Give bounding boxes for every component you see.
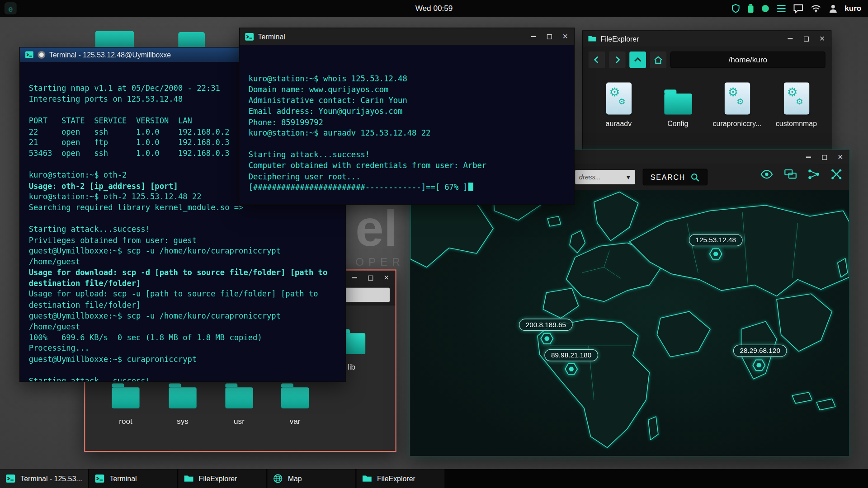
watermark-text-small: OPER: [355, 256, 405, 268]
system-topbar: e Wed 00:59 kuro: [0, 0, 868, 17]
back-button[interactable]: [589, 52, 605, 68]
folder-icon: [664, 80, 692, 115]
file-item[interactable]: ⚙⚙curaproniccry...: [710, 80, 764, 128]
window-controls: ×: [804, 153, 844, 161]
terminal-line: kuro@station:~$ whois 125.53.12.48: [249, 74, 565, 84]
globe-icon: [273, 474, 283, 483]
home-button[interactable]: [650, 52, 667, 68]
maximize-button[interactable]: [545, 33, 553, 40]
folder-item[interactable]: sys: [158, 387, 208, 425]
terminal-line: Starting attack...success!: [29, 224, 337, 235]
terminal-icon: [5, 474, 15, 483]
taskbar-item[interactable]: Terminal: [89, 469, 177, 488]
share-icon[interactable]: [808, 169, 820, 179]
terminal-icon: [25, 50, 34, 59]
terminal-line: 100% 699.6 KB/s 0 sec (1.8 MB of 1.8 MB …: [29, 333, 337, 343]
world-map-canvas[interactable]: 125.53.12.48200.8.189.6589.98.21.18028.2…: [410, 190, 849, 456]
chat-icon[interactable]: [793, 4, 803, 13]
up-button[interactable]: [629, 52, 646, 68]
eye-icon[interactable]: [760, 169, 773, 179]
folder-item[interactable]: var: [270, 387, 320, 425]
map-hex-marker[interactable]: [708, 247, 723, 263]
file-item[interactable]: ⚙⚙auraadv: [592, 80, 646, 128]
terminal-center-titlebar[interactable]: Terminal ×: [240, 28, 574, 45]
map-hex-marker[interactable]: [564, 362, 579, 379]
terminal-line: [249, 139, 565, 150]
minimize-button[interactable]: [786, 35, 794, 42]
file-item[interactable]: ⚙⚙customnmap: [769, 80, 823, 128]
window-title: Terminal - 125.53.12.48@Uymillboxxe: [49, 51, 171, 59]
maximize-button[interactable]: [802, 35, 810, 42]
taskbar-item-label: Map: [288, 474, 302, 483]
file-label: Config: [667, 119, 688, 127]
chevron-down-icon: ▼: [626, 174, 631, 180]
taskbar-item[interactable]: Terminal - 125.53...: [0, 469, 88, 488]
terminal-line: Administrative contact: Carin Youn: [249, 95, 565, 106]
window-title: FileExplorer: [601, 35, 639, 43]
os-logo-icon[interactable]: e: [5, 2, 17, 14]
terminal-line: Deciphering user root...: [249, 171, 565, 182]
screens-icon[interactable]: [784, 169, 797, 179]
close-button[interactable]: ×: [382, 274, 390, 282]
terminal-line: Starting attack...success!: [249, 150, 565, 160]
fx-top-titlebar[interactable]: FileExplorer ×: [583, 31, 831, 47]
folder-label: root: [119, 417, 132, 426]
terminal-line: guest@Uymillboxxe:~$ scp -u /home/kuro/c…: [29, 311, 337, 333]
folder-window-icon: [588, 34, 597, 43]
map-ip-label[interactable]: 125.53.12.48: [689, 234, 743, 246]
ip-address-dropdown[interactable]: dress... ▼: [575, 170, 635, 184]
maximize-button[interactable]: [367, 274, 374, 282]
terminal-cursor: [468, 183, 473, 191]
terminal-icon: [94, 474, 104, 483]
maximize-button[interactable]: [821, 153, 828, 161]
search-button[interactable]: SEARCH: [643, 169, 708, 185]
world-map: [410, 190, 849, 456]
clock: Wed 00:59: [415, 4, 453, 13]
minimize-button[interactable]: [350, 274, 358, 282]
window-controls: ×: [350, 274, 390, 282]
taskbar-item[interactable]: FileExplorer: [357, 469, 445, 488]
map-ip-label[interactable]: 200.8.189.65: [519, 319, 573, 331]
close-button[interactable]: ×: [836, 153, 844, 161]
system-tray: kuro: [731, 4, 868, 13]
watermark-text-large: el: [355, 202, 405, 253]
shield-icon[interactable]: [731, 4, 740, 13]
file-label: customnmap: [776, 119, 817, 127]
terminal-line: [29, 365, 337, 376]
minimize-button[interactable]: [529, 33, 537, 40]
forward-button[interactable]: [609, 52, 626, 68]
taskbar-item[interactable]: Map: [267, 469, 355, 488]
taskbar-item-label: FileExplorer: [199, 474, 237, 483]
map-hex-marker[interactable]: [751, 358, 767, 375]
map-tool-icons: [760, 169, 842, 179]
fx-top-toolbar: /home/kuro: [583, 47, 831, 71]
terminal-line: Computer obtained with credentials from …: [249, 160, 565, 171]
file-label: curaproniccry...: [713, 119, 762, 127]
map-hex-marker[interactable]: [539, 331, 555, 348]
taskbar-item[interactable]: FileExplorer: [178, 469, 266, 488]
battery-icon[interactable]: [747, 4, 754, 13]
node-x-icon[interactable]: [830, 169, 843, 179]
address-bar[interactable]: /home/kuro: [670, 52, 826, 68]
wallpaper-watermark: el OPER: [355, 202, 405, 268]
close-button[interactable]: ×: [561, 33, 569, 40]
file-item[interactable]: Config: [651, 80, 705, 128]
map-ip-label[interactable]: 28.29.68.120: [733, 345, 787, 357]
wifi-icon[interactable]: [810, 4, 821, 13]
terminal-line: guest@Uymillboxxe:~$ scp -u /home/kuro/c…: [29, 246, 337, 267]
terminal-line: Processing...: [29, 343, 337, 354]
terminal-line: Usage for upload: scp -u [path to source…: [29, 289, 337, 311]
folder-icon: [112, 387, 139, 408]
close-button[interactable]: ×: [818, 35, 826, 42]
status-dot-icon[interactable]: [761, 4, 769, 12]
folder-label: usr: [234, 417, 245, 426]
minimize-button[interactable]: [804, 153, 812, 161]
folder-item[interactable]: usr: [214, 387, 264, 425]
terminal-output[interactable]: kuro@station:~$ whois 125.53.12.48Domain…: [240, 45, 574, 204]
terminal-line: [########################------------]==…: [249, 182, 565, 193]
map-ip-label[interactable]: 89.98.21.180: [544, 349, 598, 361]
list-icon[interactable]: [777, 4, 786, 12]
file-icon: ⚙⚙: [606, 80, 631, 115]
user-icon[interactable]: [829, 4, 838, 13]
folder-item[interactable]: root: [101, 387, 151, 425]
